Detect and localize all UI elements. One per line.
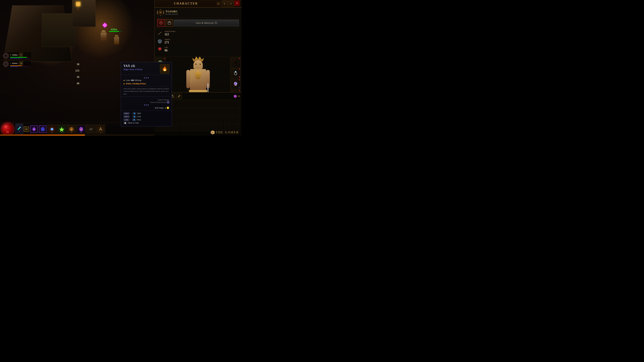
tab-inventory-icon[interactable]	[166, 19, 173, 27]
stat-armor: Armor 271	[157, 38, 239, 44]
equip-slot-ring2[interactable]: 💍 ■	[230, 68, 240, 78]
char-eye-right	[200, 63, 201, 65]
health-value: 4/4	[6, 131, 9, 133]
inv-cell-3-5[interactable]	[198, 124, 206, 131]
inv-cell-1-7[interactable]	[215, 109, 222, 116]
tooltip-context: SHIFT + 💠 Split SHIFT + 💠 Link CTRL + 💠 …	[121, 111, 172, 126]
player-health-bar	[109, 31, 122, 32]
inv-tool-wrench[interactable]	[176, 93, 182, 99]
tooltip-divider-bottom: ◆ ◆ ◆	[124, 104, 169, 106]
inv-cell-2-2[interactable]	[172, 116, 180, 124]
party-level-1: II	[19, 53, 23, 57]
inv-cell-0-3[interactable]	[181, 101, 188, 108]
party-panel: ☻ ✦ Aldkin | II ⚔ ⚔ Raheir |	[1, 52, 32, 68]
equip-slot-offhand[interactable]: 🗡	[230, 57, 240, 67]
skill-hotkey-e: E	[71, 132, 72, 133]
inv-cell-3-2[interactable]	[172, 124, 180, 131]
party-avatar-1: ☻	[3, 53, 9, 59]
inv-cell-2-4[interactable]	[190, 116, 197, 124]
inv-cell-2-7[interactable]	[215, 116, 222, 124]
map-btn[interactable]: ◇	[228, 1, 234, 6]
stats-materials-label: Stats & Materials	[196, 22, 214, 24]
char-eye-left	[195, 63, 197, 65]
inv-cell-2-9[interactable]	[232, 116, 240, 124]
inv-cell-3-4[interactable]	[190, 124, 197, 131]
char-head	[193, 60, 203, 70]
context-junk[interactable]: 📋 Mark as Junk	[124, 122, 169, 124]
inv-cell-2-5[interactable]	[198, 116, 206, 124]
gold-value: 58	[238, 95, 240, 97]
sell-value-coin: 🪙	[166, 107, 169, 109]
inv-cell-3-3[interactable]	[181, 124, 188, 131]
context-split[interactable]: SHIFT + 💠 Split	[124, 112, 169, 115]
inv-cell-0-4[interactable]	[190, 101, 197, 108]
char1-head	[102, 30, 106, 33]
char2-head	[115, 35, 118, 37]
skill-slot-swap[interactable]	[86, 124, 96, 134]
skill-slot-e[interactable]: E	[67, 124, 76, 134]
svg-line-4	[158, 33, 160, 35]
item-name: YAX (4)	[124, 64, 142, 68]
context-link[interactable]: SHIFT + 💠 Link	[124, 115, 169, 118]
kbd-icon-split: 💠	[133, 112, 136, 115]
party-mana-fill-1	[10, 58, 22, 58]
party-info-1: ✦ Aldkin | II	[10, 53, 30, 58]
inv-cell-0-9[interactable]	[232, 101, 240, 108]
tooltip-divider-top: ◆ ◆ ◆	[124, 77, 169, 79]
char-tabs: Stats & Materials ▼	[155, 18, 242, 28]
skill-slot-w[interactable]: W	[57, 124, 66, 134]
kbd-junk: 📋	[124, 122, 127, 124]
exp-fill	[0, 134, 85, 136]
skill-hotkey-q: Q	[51, 132, 52, 133]
skill-slot-t[interactable]: T	[96, 124, 105, 134]
plus-link: +	[131, 116, 132, 117]
char-title-sub: No Title Selected	[166, 13, 178, 15]
skill-slot-special-2[interactable]	[39, 125, 46, 133]
inv-cell-1-5[interactable]	[198, 109, 206, 116]
inv-cell-0-2[interactable]	[172, 101, 180, 108]
equip-slot-pants[interactable]: 🔮 ⬡	[230, 79, 240, 89]
party-icon-2: ⚔	[10, 62, 12, 64]
kbd-ctrl-drop: CTRL	[124, 119, 129, 121]
inv-cell-1-2[interactable]	[172, 109, 180, 116]
item-tooltip: YAX (4) Magic Rune of Ritual 🔥 ◆ ◆ ◆ ◆ G…	[121, 62, 172, 126]
skill-slot-special-1[interactable]	[30, 125, 38, 133]
potion-slot[interactable]: 🧪 1	[16, 124, 23, 135]
party-mana-bar-2	[10, 66, 30, 67]
inv-cell-1-6[interactable]	[206, 109, 214, 116]
inv-cell-2-3[interactable]	[181, 116, 188, 124]
inv-cell-2-6[interactable]	[206, 116, 214, 124]
action-junk: Mark as Junk	[128, 122, 139, 124]
inv-cell-0-7[interactable]	[215, 101, 222, 108]
inv-cell-0-5[interactable]	[198, 101, 206, 108]
char-arm-left	[186, 70, 190, 88]
inv-cell-0-8[interactable]	[224, 101, 231, 108]
context-drop[interactable]: CTRL + 💠 Drop	[124, 118, 169, 121]
inv-cell-1-9[interactable]	[232, 109, 240, 116]
effect-text-1: Gain: 100 Offering -	[126, 79, 142, 82]
inventory-count-40: 40	[77, 82, 79, 85]
inv-cell-1-8[interactable]	[224, 109, 231, 116]
tooltip-effect-1: ◆ Gain: 100 Offering -	[124, 79, 169, 82]
stats-materials-tab[interactable]: Stats & Materials ▼	[174, 19, 239, 26]
tab-stats-icon[interactable]	[157, 19, 165, 27]
inv-cell-1-4[interactable]	[190, 109, 197, 116]
skill-slot-q[interactable]: Q	[47, 124, 56, 134]
inv-cell-0-6[interactable]	[206, 101, 214, 108]
inv-cell-1-3[interactable]	[181, 109, 188, 116]
world-character-2	[114, 37, 119, 44]
level-badge-hud: 32	[24, 126, 29, 132]
inv-cell-2-8[interactable]	[224, 116, 231, 124]
dropdown-arrow: ▼	[215, 22, 217, 24]
effect-diamond-1: ◆	[124, 79, 125, 81]
gold-icon: 🟣	[234, 95, 237, 98]
kbd-icon-drop: 💠	[132, 119, 136, 121]
kbd-shift-link: SHIFT	[124, 115, 130, 118]
waypoint-marker[interactable]	[102, 23, 107, 27]
skill-slot-r[interactable]: ⚡ R	[76, 124, 86, 134]
party-info-2: ⚔ Raheir | III	[10, 61, 30, 67]
skills-btn[interactable]: ⚔	[222, 1, 228, 6]
close-character-btn[interactable]: ✕	[234, 1, 240, 6]
potion-count: 1	[19, 130, 20, 132]
watermark-text: THE GAMER	[216, 131, 239, 134]
